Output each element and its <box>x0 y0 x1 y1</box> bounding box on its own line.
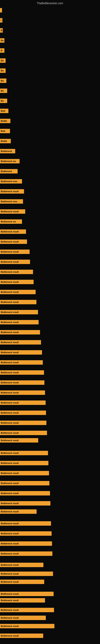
bar-item: Bottleneck result <box>0 209 25 214</box>
bar-item: Bottleneck result <box>0 410 46 415</box>
bar-item: Bottleneck result <box>0 471 49 475</box>
bar-item: Bo <box>0 98 7 103</box>
bar-item: Bo <box>0 68 6 73</box>
bar-item: Bottleneck result <box>0 360 43 365</box>
bar-label: Bo <box>0 58 6 63</box>
bar-item: Bottleneck result <box>0 592 53 596</box>
bar-label: Bottleneck result <box>0 624 54 628</box>
bar-label: Bottleneck result <box>0 541 52 546</box>
bar-item: Bottleneck result <box>0 310 38 314</box>
bar-label: Bo <box>0 68 6 73</box>
bar-item: Bottleneck result <box>0 270 33 274</box>
bar-label: Bottleneck result <box>0 501 50 506</box>
bar-item: Bottleneck res <box>0 159 20 164</box>
bar-item: Bottleneck result <box>0 240 27 244</box>
bar-label: Bottleneck result <box>0 240 27 244</box>
bar-item: Bottleneck result <box>0 320 39 324</box>
bar-item: Bottleneck result <box>0 616 46 620</box>
bar-item: Bottleneck result <box>0 350 42 354</box>
bar-label: Bo <box>0 88 7 93</box>
bar-item <box>0 8 2 12</box>
bar-item: Bottleneck result <box>0 481 50 486</box>
bar-label: Bottleneck result <box>0 451 48 455</box>
bar-label: Bottleneck res <box>0 159 20 164</box>
bar-label: Bottle <box>0 139 11 143</box>
bar-item: Bottleneck result <box>0 461 49 465</box>
bar-label: Bottleneck result <box>0 461 49 465</box>
bar-label: Bottleneck result <box>0 481 50 486</box>
bar-label: Bottleneck result <box>0 330 40 334</box>
bar-label: Bottleneck result <box>0 300 36 304</box>
bar-label: Bottleneck result <box>0 580 44 584</box>
bar-item: B <box>0 28 3 32</box>
bar-label: Bottleneck result <box>0 350 42 354</box>
bar-label: Bott <box>0 129 10 133</box>
bar-item: Bottleneck result <box>0 598 45 602</box>
bar-item: Bottleneck <box>0 169 18 174</box>
bar-item: Bottleneck result <box>0 521 51 526</box>
bar-item: Bottleneck result <box>0 634 43 638</box>
bar-item: Bottle <box>0 119 10 123</box>
bar-label: Bottleneck result <box>0 598 45 602</box>
bar-label: Bottleneck result <box>0 390 45 395</box>
bar-item: Bottleneck result <box>0 608 54 612</box>
bar-label: Bottleneck result <box>0 592 53 596</box>
bar-label: Bottleneck result <box>0 438 38 442</box>
bar-label: Bottleneck <box>0 169 18 174</box>
bar-label: Bottleneck result <box>0 521 51 526</box>
bar-label: Bo <box>0 78 6 83</box>
bar-label: Bottleneck result <box>0 400 46 405</box>
bar-label: Bottleneck result <box>0 563 43 567</box>
bar-item: Bottleneck result <box>0 509 37 514</box>
bar-item: Bottleneck result <box>0 260 30 264</box>
bar-item: Bottleneck resu <box>0 199 23 204</box>
bar-item: Bottleneck result <box>0 438 38 442</box>
bar-label: Bottleneck result <box>0 380 44 385</box>
bar-item: Bo <box>0 38 4 43</box>
bar-label: Bottleneck result <box>0 471 49 475</box>
bar-item: Bottleneck res <box>0 219 22 224</box>
bar-label: B <box>0 48 4 53</box>
bar-item: Bottleneck result <box>0 290 36 294</box>
bar-label: I <box>0 18 2 22</box>
bar-label: Bottleneck result <box>0 260 30 264</box>
bar-label: Bottleneck result <box>0 270 33 274</box>
bar-label: Bottleneck resu <box>0 179 22 184</box>
bar-item: B <box>0 48 4 53</box>
bar-item: Bottleneck result <box>0 300 36 304</box>
bar-label: Bottleneck result <box>0 230 26 234</box>
bar-label: Bottleneck resu <box>0 199 23 204</box>
bar-item: Bott <box>0 129 10 133</box>
bar-label: Bottleneck result <box>0 290 36 294</box>
bar-label: Bottleneck result <box>0 209 25 214</box>
bar-label: Bottleneck result <box>0 431 47 435</box>
bar-item: Bottleneck resu <box>0 179 22 184</box>
bar-item: Bo <box>0 88 7 93</box>
bar-item: Bottleneck result <box>0 552 52 556</box>
bar-item: Bott <box>0 109 8 113</box>
bar-item: I <box>0 18 2 22</box>
bar-label: B <box>0 28 3 32</box>
bar-label: Bottleneck result <box>0 320 39 324</box>
bar-label: Bottleneck result <box>0 509 37 514</box>
bar-item: Bottleneck result <box>0 370 44 375</box>
bar-label: Bo <box>0 38 4 43</box>
bar-item: Bottleneck result <box>0 501 50 506</box>
bar-label: Bottleneck result <box>0 410 46 415</box>
bar-item: Bottleneck result <box>0 280 34 284</box>
bar-item: Bottleneck result <box>0 431 47 435</box>
bar-label: Bottleneck result <box>0 310 38 314</box>
site-title: TheBottlenecker.com <box>37 2 63 5</box>
bar-label: Bottleneck <box>0 149 15 153</box>
bar-label: Bottleneck result <box>0 280 34 284</box>
bar-item: Bottleneck result <box>0 250 30 254</box>
bar-item: Bottleneck result <box>0 541 52 546</box>
bar-item: Bottleneck result <box>0 340 41 344</box>
bar-label: Bottleneck result <box>0 531 51 536</box>
bar-item: Bottle <box>0 139 11 143</box>
bar-label: Bottleneck result <box>0 420 47 425</box>
bar-item: Bottleneck result <box>0 189 24 194</box>
bar-label: Bottleneck result <box>0 360 43 365</box>
bar-label: Bottleneck result <box>0 250 30 254</box>
bar-label <box>0 8 2 12</box>
